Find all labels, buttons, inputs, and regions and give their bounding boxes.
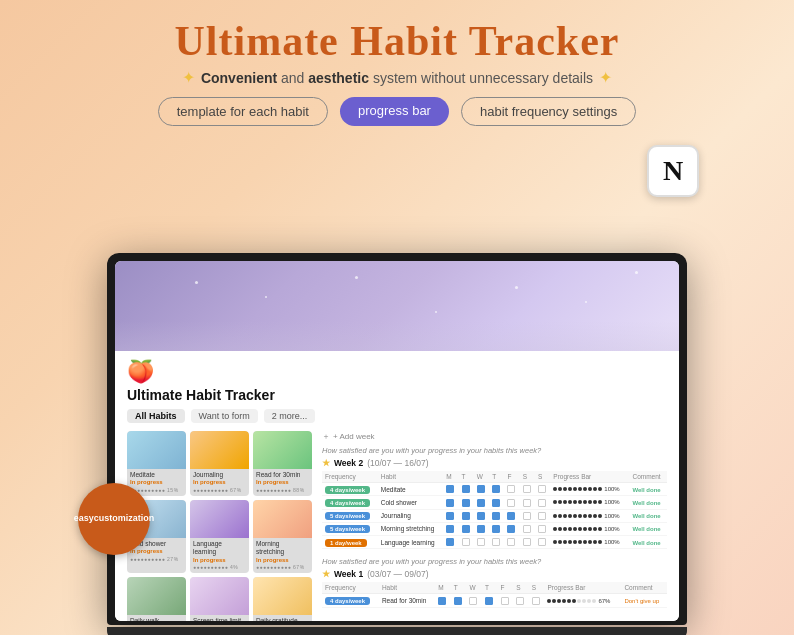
custom-line1: easy: [74, 513, 94, 525]
checkbox[interactable]: [492, 538, 500, 546]
checkbox[interactable]: [538, 538, 546, 546]
checkbox[interactable]: [523, 538, 531, 546]
col-s: S: [520, 471, 535, 483]
checkbox[interactable]: [477, 512, 485, 520]
checkbox[interactable]: [523, 512, 531, 520]
checkbox[interactable]: [538, 525, 546, 533]
habit-name-cell: Journaling: [378, 509, 443, 522]
table-row: 5 days/week Journaling: [322, 509, 667, 522]
page-title: Ultimate Habit Tracker: [127, 387, 667, 403]
col-f: F: [504, 471, 519, 483]
add-week-button[interactable]: ＋ + Add week: [322, 431, 667, 442]
habit-name: Meditate: [130, 471, 183, 479]
habit-progress: ●●●●●●●●●● 67%: [193, 487, 246, 494]
comment-cell: Don't give up: [624, 598, 659, 604]
habit-progress: ●●●●●●●●●● 27%: [130, 556, 183, 563]
subtitle-mid: and: [281, 70, 308, 86]
checkbox[interactable]: [462, 538, 470, 546]
habit-name: Read for 30min: [256, 471, 309, 479]
checkbox[interactable]: [507, 499, 515, 507]
checkbox[interactable]: [477, 499, 485, 507]
habit-name-cell: Read for 30min: [379, 594, 435, 607]
habit-status: In progress: [256, 557, 309, 565]
checkbox[interactable]: [462, 485, 470, 493]
habit-name: Daily gratitude: [256, 617, 309, 621]
checkbox[interactable]: [462, 499, 470, 507]
checkbox[interactable]: [523, 525, 531, 533]
checkbox[interactable]: [454, 597, 462, 605]
checkbox[interactable]: [485, 597, 493, 605]
checkbox[interactable]: [446, 499, 454, 507]
col-t2: T: [489, 471, 504, 483]
habit-status: In progress: [256, 479, 309, 487]
col-comment: Comment: [621, 582, 667, 594]
checkbox[interactable]: [462, 512, 470, 520]
habit-image-screen: [190, 577, 249, 615]
checkbox[interactable]: [507, 538, 515, 546]
checkbox[interactable]: [492, 525, 500, 533]
checkbox[interactable]: [469, 597, 477, 605]
tab-want-to-form[interactable]: Want to form: [191, 409, 258, 423]
week-1-range: (03/07 — 09/07): [367, 569, 428, 579]
screen-content: 🍑 Ultimate Habit Tracker All Habits Want…: [115, 261, 679, 621]
comment-cell: Well done: [632, 513, 660, 519]
habit-name: Morning stretching: [256, 540, 309, 557]
habit-name: Language learning: [193, 540, 246, 557]
habit-name-cell: Language learning: [378, 536, 443, 549]
checkbox[interactable]: [507, 512, 515, 520]
list-item: Language learning In progress ●●●●●●●●●●…: [190, 500, 249, 573]
checkbox[interactable]: [446, 525, 454, 533]
checkbox[interactable]: [446, 538, 454, 546]
habit-status: In progress: [193, 479, 246, 487]
laptop-base: [107, 627, 687, 635]
checkbox[interactable]: [492, 485, 500, 493]
checkbox[interactable]: [523, 499, 531, 507]
list-item: Meditate In progress ●●●●●●●●●● 15%: [127, 431, 186, 496]
checkbox[interactable]: [446, 512, 454, 520]
star-icon: ★: [322, 458, 330, 468]
checkbox[interactable]: [538, 499, 546, 507]
checkbox[interactable]: [438, 597, 446, 605]
checkbox[interactable]: [492, 499, 500, 507]
tab-all-habits[interactable]: All Habits: [127, 409, 185, 423]
checkbox[interactable]: [516, 597, 524, 605]
badge-template: template for each habit: [158, 97, 328, 126]
checkbox[interactable]: [523, 485, 531, 493]
checkbox[interactable]: [477, 525, 485, 533]
checkbox[interactable]: [462, 525, 470, 533]
tab-more[interactable]: 2 more...: [264, 409, 316, 423]
checkbox[interactable]: [477, 485, 485, 493]
checkbox[interactable]: [477, 538, 485, 546]
custom-line2: customization: [94, 513, 155, 525]
laptop-screen-inner: 🍑 Ultimate Habit Tracker All Habits Want…: [115, 261, 679, 621]
checkbox[interactable]: [538, 512, 546, 520]
checkbox[interactable]: [507, 485, 515, 493]
subtitle-bold1: Convenient: [201, 70, 277, 86]
checkbox[interactable]: [446, 485, 454, 493]
sparkle-left: ✦: [182, 68, 195, 87]
habit-card-text: Read for 30min In progress ●●●●●●●●●● 88…: [253, 469, 312, 496]
section-question-2: How satisfied are you with your progress…: [322, 557, 667, 566]
progress-bar: 100%: [553, 513, 626, 519]
checkbox[interactable]: [538, 485, 546, 493]
checkbox[interactable]: [532, 597, 540, 605]
list-item: Screen time limit Want to form ○○○○○○○○○…: [190, 577, 249, 621]
subtitle-bold2: aesthetic: [308, 70, 369, 86]
progress-bar: 100%: [553, 526, 626, 532]
habit-image-walk: [127, 577, 186, 615]
checkbox[interactable]: [501, 597, 509, 605]
table-side: ＋ + Add week How satisfied are you with …: [322, 431, 667, 621]
col-freq: Frequency: [322, 582, 379, 594]
col-progress: Progress Bar: [544, 582, 621, 594]
habit-image-gratitude: [253, 577, 312, 615]
badge-progress: progress bar: [340, 97, 449, 126]
table-header-row: Frequency Habit M T W T F S S: [322, 582, 667, 594]
habit-image-journal: [190, 431, 249, 469]
week-2-header: ★ Week 2 (10/07 — 16/07): [322, 458, 667, 468]
checkbox[interactable]: [507, 525, 515, 533]
habit-card-text: Daily walk Want to form ○○○○○○○○○○ 0%: [127, 615, 186, 621]
checkbox[interactable]: [492, 512, 500, 520]
feature-badges: template for each habit progress bar hab…: [20, 97, 774, 126]
list-item: Journaling In progress ●●●●●●●●●● 67%: [190, 431, 249, 496]
col-comment: Comment: [629, 471, 667, 483]
